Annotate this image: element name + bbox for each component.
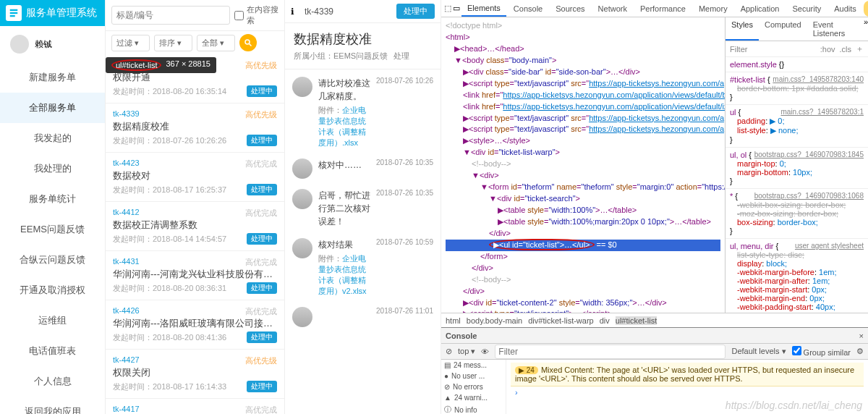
devtools-tab[interactable]: Console [508, 1, 548, 16]
breadcrumb-item[interactable]: div [600, 316, 610, 325]
sidebar: 服务单管理系统 赖铖 新建服务单全部服务单我发起的我处理的服务单统计EEMS问题… [0, 0, 106, 414]
warn-count-badge: ▶ 24 [515, 366, 538, 374]
message-text: 核对结果 [318, 238, 370, 251]
console-filter[interactable] [495, 345, 726, 359]
devtools-tab[interactable]: Application [735, 1, 786, 16]
sidebar-item[interactable]: 个人信息 [0, 366, 105, 397]
attachment-link[interactable]: 企业电量抄表信息统计表（调整精度用）.xlsx [318, 106, 366, 147]
console-prompt[interactable]: › [511, 386, 864, 398]
console-settings-icon[interactable]: ⚙ [856, 347, 864, 356]
all-select[interactable]: 全部 ▾ [197, 35, 235, 51]
search-button[interactable] [239, 34, 257, 51]
sidebar-item[interactable]: 全部服务单 [0, 93, 105, 123]
console-context[interactable]: top ▾ [458, 347, 475, 356]
sidebar-item[interactable]: 电话值班表 [0, 336, 105, 366]
devtools-breadcrumb[interactable]: htmlbody.body-maindiv#ticket-list-warpdi… [441, 313, 868, 327]
devtools-tab[interactable]: Elements [461, 1, 506, 17]
detail-title: 数据精度校准 [294, 30, 432, 48]
search-input[interactable] [111, 6, 230, 25]
devtools-tab[interactable]: Security [786, 1, 827, 16]
avatar [292, 189, 312, 209]
sidebar-item[interactable]: 开通及取消授权 [0, 275, 105, 305]
sort-select[interactable]: 排序 ▾ [154, 35, 192, 51]
console-filter-item[interactable]: ⓘ No info [441, 403, 506, 414]
devtools-tab[interactable]: Network [592, 1, 633, 16]
filter-select[interactable]: 过滤 ▾ [111, 35, 150, 51]
ticket-item[interactable]: tk-4412 数据校正清调整系数 发起时间：2018-08-14 14:54:… [106, 202, 284, 251]
ticket-title: 数据校对 [113, 169, 277, 182]
sidebar-item[interactable]: 我处理的 [0, 153, 105, 184]
breadcrumb-item[interactable]: div#ticket-list-warp [528, 316, 593, 325]
ticket-status: 高优完成 [245, 208, 277, 219]
console-levels[interactable]: Default levels ▾ [731, 347, 786, 356]
current-user[interactable]: 赖铖 [0, 26, 105, 62]
hov-toggle[interactable]: :hov [820, 45, 835, 54]
attachment-link[interactable]: 企业电量抄表信息统计表（调整精度用）v2.xlsx [318, 254, 367, 295]
ticket-item[interactable]: tk-4431 华润河南---河南龙兴钛业科技股份有限公... 发起时间：201… [106, 251, 284, 300]
sidebar-item[interactable]: 新建服务单 [0, 62, 105, 93]
sidebar-item[interactable]: 我发起的 [0, 123, 105, 153]
detail-tab-bar: ℹ tk-4339 处理中 [285, 0, 441, 23]
devtools-tab[interactable]: Sources [550, 1, 590, 16]
console-sidebar[interactable]: ▤ 24 mess...● No user ...⊘ No errors▲ 24… [441, 360, 506, 414]
breadcrumb-item[interactable]: ul#ticket-list [616, 316, 657, 325]
styles-filter[interactable]: Filter [730, 45, 747, 54]
sidebar-item[interactable]: 运维组 [0, 305, 105, 336]
devtools-styles-pane[interactable]: StylesComputedEvent Listeners» Filter:ho… [725, 17, 868, 313]
devtools-tab[interactable]: Performance [634, 1, 692, 16]
search-in-content-checkbox[interactable] [234, 11, 244, 20]
style-rule[interactable]: bootstrap.css?_1469070983:1845ul, ol {ma… [726, 148, 868, 189]
ticket-item[interactable]: tk-4423 数据校对 发起时间：2018-08-17 16:25:37 高优… [106, 153, 284, 202]
search-in-content[interactable]: 在内容搜索 [234, 4, 278, 26]
style-rule[interactable]: bootstrap.css?_1469070983:1068* {-webkit… [726, 189, 868, 239]
ticket-status: 高优完成 [245, 159, 277, 169]
inspect-icon[interactable]: ⬚ [444, 4, 451, 13]
devtools-dom-tree[interactable]: <!doctype html> <html> ▶<head>…</head> ▼… [441, 17, 725, 313]
styles-tab[interactable]: Styles [726, 17, 759, 41]
ticket-item[interactable]: tk-4339 数据精度校准 发起时间：2018-07-26 10:26:26 … [106, 104, 284, 153]
group-similar[interactable]: Group similar [792, 346, 851, 357]
console-messages[interactable]: ▶ 24Mixed Content: The page at '<URL>' w… [506, 360, 868, 414]
style-rule[interactable]: user agent stylesheetul, menu, dir {list… [726, 239, 868, 313]
styles-tab[interactable]: Computed [759, 17, 807, 41]
console-filter-item[interactable]: ⊘ No errors [441, 381, 506, 392]
console-filter-item[interactable]: ▤ 24 mess... [441, 360, 506, 371]
console-close-icon[interactable]: × [859, 331, 864, 340]
style-rule[interactable]: element.style {} [726, 57, 868, 72]
new-style-icon[interactable]: ＋ [856, 43, 864, 54]
ticket-item[interactable]: tk-4427 权限关闭 发起时间：2018-08-17 16:14:33 高优… [106, 350, 284, 399]
breadcrumb-item[interactable]: html [446, 316, 461, 325]
style-rule[interactable]: main.css?_1495878203:1ul {padding: ▶ 0;l… [726, 105, 868, 148]
detail-tab[interactable]: tk-4339 [299, 4, 339, 20]
tab-prev-icon[interactable]: ℹ [291, 7, 294, 17]
console-filter-item[interactable]: ● No user ... [441, 371, 506, 381]
ticket-list[interactable]: tk-4439 权限开通 发起时间：2018-08-20 16:35:14 高优… [106, 54, 284, 414]
message-list[interactable]: 请比对校准这几家精度。 附件：企业电量抄表信息统计表（调整精度用）.xlsx 2… [285, 69, 441, 414]
sidebar-item[interactable]: 服务单统计 [0, 184, 105, 214]
devtools-tab[interactable]: Memory [693, 1, 733, 16]
console-filter-item[interactable]: ▲ 24 warni... [441, 392, 506, 403]
more-tabs-icon[interactable]: » [864, 17, 868, 41]
style-rule[interactable]: main.css?_1495878203:140#ticket-list {bo… [726, 72, 868, 105]
detail-status-button[interactable]: 处理中 [396, 4, 435, 19]
console-eye-icon[interactable]: 👁 [481, 347, 489, 356]
device-icon[interactable]: ▭ [453, 4, 460, 13]
ticket-item[interactable]: tk-4417 长沙振升铝材发展有限公司最大需量数据... 发起时间：2018-… [106, 399, 284, 414]
message-attachment: 附件：企业电量抄表信息统计表（调整精度用）.xlsx [318, 105, 370, 148]
detail-header: 数据精度校准 所属小组：EEMS问题反馈 处理 [285, 23, 441, 69]
sidebar-item[interactable]: 合纵云问题反馈 [0, 245, 105, 275]
breadcrumb-item[interactable]: body.body-main [467, 316, 522, 325]
styles-tab[interactable]: Event Listeners [807, 17, 864, 41]
ticket-tag: 处理中 [247, 184, 277, 195]
ticket-item[interactable]: tk-4426 华润河南---洛阳威旺玻璃有限公司接入系统 发起时间：2018-… [106, 300, 284, 350]
dom-highlighted-node[interactable]: ▶<ul id="ticket-list">…</ul> == $0 [446, 240, 720, 251]
sidebar-item[interactable]: EEMS问题反馈 [0, 214, 105, 245]
ticket-title: 华润河南---河南龙兴钛业科技股份有限公... [113, 268, 277, 281]
devtools-tab[interactable]: Audits [828, 1, 862, 16]
tooltip-dimensions: 367 × 28815 [166, 59, 210, 71]
devtools-warn-badge[interactable]: ▲ 24 [864, 1, 868, 17]
console-clear-icon[interactable]: ⊘ [446, 347, 452, 356]
cls-toggle[interactable]: .cls [840, 45, 852, 54]
app-title: 服务单管理系统 [26, 7, 97, 20]
sidebar-item[interactable]: 返回我的应用 [0, 397, 105, 414]
